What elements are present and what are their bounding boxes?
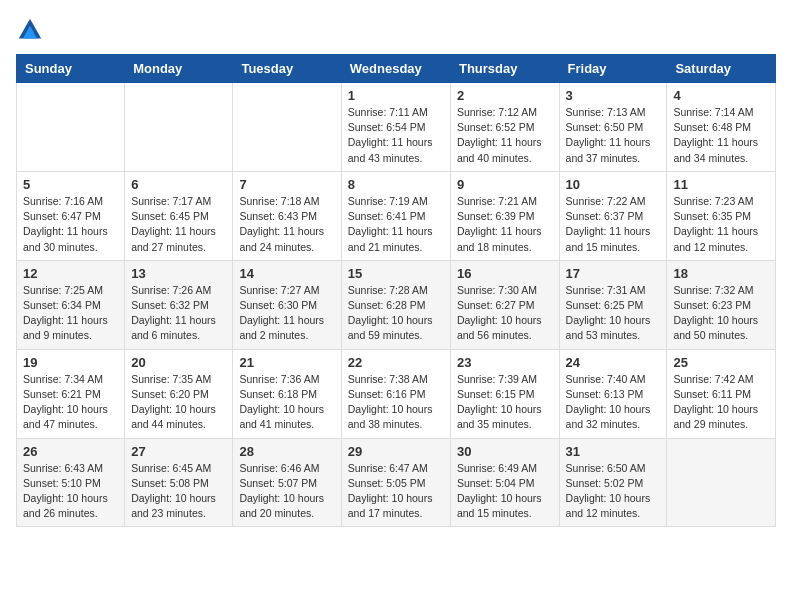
calendar-cell: 4Sunrise: 7:14 AM Sunset: 6:48 PM Daylig… — [667, 83, 776, 172]
weekday-header: Thursday — [450, 55, 559, 83]
calendar-cell — [667, 438, 776, 527]
day-number: 16 — [457, 266, 553, 281]
day-info: Sunrise: 7:35 AM Sunset: 6:20 PM Dayligh… — [131, 372, 226, 433]
day-info: Sunrise: 7:32 AM Sunset: 6:23 PM Dayligh… — [673, 283, 769, 344]
calendar-cell: 31Sunrise: 6:50 AM Sunset: 5:02 PM Dayli… — [559, 438, 667, 527]
day-number: 29 — [348, 444, 444, 459]
weekday-header: Monday — [125, 55, 233, 83]
day-number: 9 — [457, 177, 553, 192]
day-info: Sunrise: 7:19 AM Sunset: 6:41 PM Dayligh… — [348, 194, 444, 255]
day-number: 6 — [131, 177, 226, 192]
day-info: Sunrise: 6:43 AM Sunset: 5:10 PM Dayligh… — [23, 461, 118, 522]
page-header — [16, 16, 776, 44]
day-info: Sunrise: 7:27 AM Sunset: 6:30 PM Dayligh… — [239, 283, 334, 344]
day-number: 21 — [239, 355, 334, 370]
day-number: 25 — [673, 355, 769, 370]
day-number: 2 — [457, 88, 553, 103]
calendar-cell: 30Sunrise: 6:49 AM Sunset: 5:04 PM Dayli… — [450, 438, 559, 527]
calendar-cell: 28Sunrise: 6:46 AM Sunset: 5:07 PM Dayli… — [233, 438, 341, 527]
day-info: Sunrise: 7:23 AM Sunset: 6:35 PM Dayligh… — [673, 194, 769, 255]
calendar-cell: 3Sunrise: 7:13 AM Sunset: 6:50 PM Daylig… — [559, 83, 667, 172]
day-info: Sunrise: 7:38 AM Sunset: 6:16 PM Dayligh… — [348, 372, 444, 433]
calendar-cell: 1Sunrise: 7:11 AM Sunset: 6:54 PM Daylig… — [341, 83, 450, 172]
day-number: 31 — [566, 444, 661, 459]
day-info: Sunrise: 7:21 AM Sunset: 6:39 PM Dayligh… — [457, 194, 553, 255]
day-number: 11 — [673, 177, 769, 192]
calendar-cell: 9Sunrise: 7:21 AM Sunset: 6:39 PM Daylig… — [450, 171, 559, 260]
day-info: Sunrise: 7:17 AM Sunset: 6:45 PM Dayligh… — [131, 194, 226, 255]
day-info: Sunrise: 6:49 AM Sunset: 5:04 PM Dayligh… — [457, 461, 553, 522]
day-number: 15 — [348, 266, 444, 281]
day-info: Sunrise: 7:34 AM Sunset: 6:21 PM Dayligh… — [23, 372, 118, 433]
day-number: 17 — [566, 266, 661, 281]
day-info: Sunrise: 7:42 AM Sunset: 6:11 PM Dayligh… — [673, 372, 769, 433]
day-number: 4 — [673, 88, 769, 103]
day-number: 3 — [566, 88, 661, 103]
day-number: 26 — [23, 444, 118, 459]
day-number: 24 — [566, 355, 661, 370]
calendar-cell: 6Sunrise: 7:17 AM Sunset: 6:45 PM Daylig… — [125, 171, 233, 260]
day-number: 20 — [131, 355, 226, 370]
calendar-cell: 22Sunrise: 7:38 AM Sunset: 6:16 PM Dayli… — [341, 349, 450, 438]
calendar-week-row: 26Sunrise: 6:43 AM Sunset: 5:10 PM Dayli… — [17, 438, 776, 527]
calendar-cell: 24Sunrise: 7:40 AM Sunset: 6:13 PM Dayli… — [559, 349, 667, 438]
day-info: Sunrise: 6:45 AM Sunset: 5:08 PM Dayligh… — [131, 461, 226, 522]
day-info: Sunrise: 7:25 AM Sunset: 6:34 PM Dayligh… — [23, 283, 118, 344]
weekday-header: Wednesday — [341, 55, 450, 83]
day-info: Sunrise: 7:22 AM Sunset: 6:37 PM Dayligh… — [566, 194, 661, 255]
calendar-cell: 23Sunrise: 7:39 AM Sunset: 6:15 PM Dayli… — [450, 349, 559, 438]
calendar-week-row: 1Sunrise: 7:11 AM Sunset: 6:54 PM Daylig… — [17, 83, 776, 172]
day-info: Sunrise: 7:39 AM Sunset: 6:15 PM Dayligh… — [457, 372, 553, 433]
calendar-cell — [125, 83, 233, 172]
day-number: 7 — [239, 177, 334, 192]
calendar-cell: 18Sunrise: 7:32 AM Sunset: 6:23 PM Dayli… — [667, 260, 776, 349]
day-info: Sunrise: 7:40 AM Sunset: 6:13 PM Dayligh… — [566, 372, 661, 433]
day-info: Sunrise: 7:28 AM Sunset: 6:28 PM Dayligh… — [348, 283, 444, 344]
day-info: Sunrise: 7:31 AM Sunset: 6:25 PM Dayligh… — [566, 283, 661, 344]
day-number: 10 — [566, 177, 661, 192]
calendar-cell: 15Sunrise: 7:28 AM Sunset: 6:28 PM Dayli… — [341, 260, 450, 349]
day-number: 27 — [131, 444, 226, 459]
day-info: Sunrise: 7:26 AM Sunset: 6:32 PM Dayligh… — [131, 283, 226, 344]
day-number: 5 — [23, 177, 118, 192]
calendar-cell: 14Sunrise: 7:27 AM Sunset: 6:30 PM Dayli… — [233, 260, 341, 349]
day-info: Sunrise: 7:11 AM Sunset: 6:54 PM Dayligh… — [348, 105, 444, 166]
day-info: Sunrise: 7:12 AM Sunset: 6:52 PM Dayligh… — [457, 105, 553, 166]
calendar-cell: 19Sunrise: 7:34 AM Sunset: 6:21 PM Dayli… — [17, 349, 125, 438]
calendar-cell: 26Sunrise: 6:43 AM Sunset: 5:10 PM Dayli… — [17, 438, 125, 527]
calendar-cell: 7Sunrise: 7:18 AM Sunset: 6:43 PM Daylig… — [233, 171, 341, 260]
day-info: Sunrise: 6:46 AM Sunset: 5:07 PM Dayligh… — [239, 461, 334, 522]
day-info: Sunrise: 7:18 AM Sunset: 6:43 PM Dayligh… — [239, 194, 334, 255]
day-info: Sunrise: 7:16 AM Sunset: 6:47 PM Dayligh… — [23, 194, 118, 255]
weekday-header: Sunday — [17, 55, 125, 83]
calendar-cell: 16Sunrise: 7:30 AM Sunset: 6:27 PM Dayli… — [450, 260, 559, 349]
day-number: 19 — [23, 355, 118, 370]
day-number: 1 — [348, 88, 444, 103]
day-number: 30 — [457, 444, 553, 459]
calendar-cell: 17Sunrise: 7:31 AM Sunset: 6:25 PM Dayli… — [559, 260, 667, 349]
calendar-cell — [17, 83, 125, 172]
day-info: Sunrise: 7:14 AM Sunset: 6:48 PM Dayligh… — [673, 105, 769, 166]
calendar-cell: 25Sunrise: 7:42 AM Sunset: 6:11 PM Dayli… — [667, 349, 776, 438]
calendar-week-row: 19Sunrise: 7:34 AM Sunset: 6:21 PM Dayli… — [17, 349, 776, 438]
day-number: 12 — [23, 266, 118, 281]
day-number: 8 — [348, 177, 444, 192]
calendar-cell: 20Sunrise: 7:35 AM Sunset: 6:20 PM Dayli… — [125, 349, 233, 438]
day-info: Sunrise: 6:47 AM Sunset: 5:05 PM Dayligh… — [348, 461, 444, 522]
day-info: Sunrise: 7:36 AM Sunset: 6:18 PM Dayligh… — [239, 372, 334, 433]
calendar-cell: 29Sunrise: 6:47 AM Sunset: 5:05 PM Dayli… — [341, 438, 450, 527]
calendar-week-row: 5Sunrise: 7:16 AM Sunset: 6:47 PM Daylig… — [17, 171, 776, 260]
calendar-cell: 13Sunrise: 7:26 AM Sunset: 6:32 PM Dayli… — [125, 260, 233, 349]
logo-icon — [16, 16, 44, 44]
weekday-header: Saturday — [667, 55, 776, 83]
day-info: Sunrise: 7:13 AM Sunset: 6:50 PM Dayligh… — [566, 105, 661, 166]
day-number: 23 — [457, 355, 553, 370]
calendar-table: SundayMondayTuesdayWednesdayThursdayFrid… — [16, 54, 776, 527]
calendar-week-row: 12Sunrise: 7:25 AM Sunset: 6:34 PM Dayli… — [17, 260, 776, 349]
day-number: 22 — [348, 355, 444, 370]
weekday-header: Tuesday — [233, 55, 341, 83]
calendar-cell: 11Sunrise: 7:23 AM Sunset: 6:35 PM Dayli… — [667, 171, 776, 260]
calendar-cell: 2Sunrise: 7:12 AM Sunset: 6:52 PM Daylig… — [450, 83, 559, 172]
calendar-header-row: SundayMondayTuesdayWednesdayThursdayFrid… — [17, 55, 776, 83]
weekday-header: Friday — [559, 55, 667, 83]
